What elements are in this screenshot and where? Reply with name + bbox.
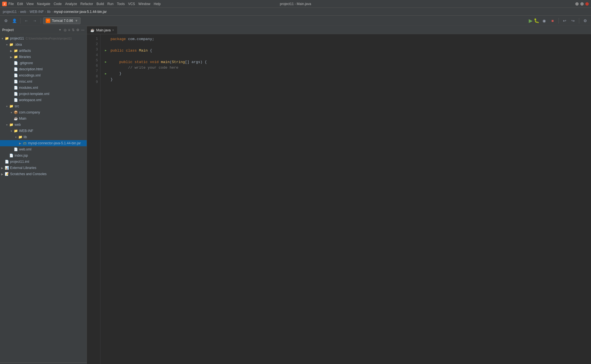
tree-item-description[interactable]: 📄 description.html [0, 66, 87, 72]
run-config-btn[interactable]: 👤 [11, 17, 18, 24]
forward-btn[interactable]: → [31, 17, 38, 24]
code-content[interactable]: package com.company; ▶ public class Main… [100, 34, 591, 364]
tree-arrow-lib[interactable]: ▾ [13, 135, 18, 139]
tomcat-dropdown-icon[interactable]: ▼ [75, 19, 78, 23]
menu-code[interactable]: Code [54, 2, 62, 6]
tree-arrow-ext-libs[interactable]: ▶ [0, 166, 4, 170]
tree-item-lib[interactable]: ▾ 📁 lib [0, 134, 87, 140]
misc-icon: 📄 [13, 79, 18, 84]
tree-item-misc[interactable]: 📄 misc.xml [0, 78, 87, 85]
back-btn[interactable]: ← [23, 17, 30, 24]
path-project[interactable]: project11 [3, 10, 17, 14]
tree-item-project11-iml[interactable]: 📄 project11.iml [0, 159, 87, 165]
menu-file[interactable]: File [8, 2, 14, 6]
tree-arrow-libraries[interactable]: ▶ [9, 55, 13, 59]
tree-arrow-scratches[interactable]: ▶ [0, 172, 4, 176]
tree-item-mysql-jar[interactable]: ▶ 🗃 mysql-connector-java-5.1.44-bin.jar [0, 140, 87, 146]
code-token [132, 59, 135, 65]
tab-close-button[interactable]: × [112, 29, 114, 32]
tree-item-modules[interactable]: 📄 modules.xml [0, 85, 87, 91]
tree-item-com-company[interactable]: ▾ 📦 com.company [0, 109, 87, 115]
tree-arrow-project11[interactable]: ▾ [0, 36, 4, 41]
project-path: C:\Users\islan\IdeaProjects\project11 [26, 37, 72, 40]
stop-btn[interactable]: ■ [549, 17, 556, 24]
settings-btn[interactable]: ⚙ [581, 17, 589, 24]
tab-main-java[interactable]: ☕ Main.java × [87, 26, 118, 34]
menu-window[interactable]: Window [138, 2, 150, 6]
gear-icon[interactable]: ⚙ [76, 28, 79, 32]
project-icon: 📁 [4, 36, 9, 41]
menu-refactor[interactable]: Refactor [81, 2, 93, 6]
minimize-button[interactable] [575, 2, 579, 6]
code-token: [] args) { [185, 59, 207, 65]
tree-arrow-idea[interactable]: ▾ [4, 42, 9, 47]
project-settings-btn[interactable]: ⚙ [2, 17, 10, 24]
path-lib[interactable]: lib [47, 10, 50, 14]
tree-item-scratches[interactable]: ▶ 📝 Scratches and Consoles [0, 171, 87, 177]
menu-build[interactable]: Build [96, 2, 104, 6]
project-dropdown-icon[interactable]: ▼ [59, 28, 61, 31]
tree-item-web[interactable]: ▾ 📁 web [0, 122, 87, 128]
editor-tabs: ☕ Main.java × [87, 26, 591, 34]
redo-btn[interactable]: ↪ [569, 17, 577, 24]
sort-icon[interactable]: ⇅ [72, 28, 75, 32]
maximize-button[interactable] [580, 2, 584, 6]
code-editor[interactable]: 1 2 3 4 5 6 7 8 9 package com.company; [87, 34, 591, 364]
tree-item-webinf[interactable]: ▾ 📁 WEB-INF [0, 128, 87, 134]
tree-item-web-xml[interactable]: 📄 web.xml [0, 146, 87, 152]
run-gutter-3[interactable]: ▶ [105, 48, 109, 53]
menu-vcs[interactable]: VCS [128, 2, 135, 6]
tree-arrow-com-company[interactable]: ▾ [9, 110, 13, 115]
tree-arrow-webinf[interactable]: ▾ [9, 129, 13, 133]
path-jar[interactable]: mysql-connector-java-5.1.44-bin.jar [54, 10, 107, 14]
tree-item-external-libs[interactable]: ▶ 📊 External Libraries [0, 165, 87, 171]
tree-item-main-class[interactable]: ☕ Main [0, 115, 87, 122]
run-button[interactable]: ▶ [529, 18, 533, 24]
close-button[interactable] [585, 2, 589, 6]
code-token: ( [170, 59, 172, 65]
menu-navigate[interactable]: Navigate [37, 2, 50, 6]
menu-analyze[interactable]: Analyze [65, 2, 77, 6]
sidebar: Project ▼ ◎ ≡ ⇅ ⚙ — ▾ 📁 project11 C:\Use… [0, 26, 87, 364]
minimize-panel-icon[interactable]: — [81, 28, 84, 32]
menu-view[interactable]: View [26, 2, 34, 6]
line-num-3: 3 [87, 47, 98, 52]
app-icon: J [2, 2, 7, 6]
tree-arrow-mysql[interactable]: ▶ [18, 141, 22, 145]
label-project11: project11 [10, 36, 24, 40]
run-gutter-7[interactable]: ▶ [105, 72, 109, 76]
line-numbers: 1 2 3 4 5 6 7 8 9 [87, 34, 100, 364]
path-webinf[interactable]: WEB-INF [29, 10, 44, 14]
encodings-icon: 📄 [13, 73, 18, 78]
locate-icon[interactable]: ◎ [64, 28, 66, 32]
tree-item-index-jsp[interactable]: 📄 index.jsp [0, 152, 87, 159]
iml-icon: 📄 [4, 159, 9, 164]
collapse-all-icon[interactable]: ≡ [68, 28, 70, 32]
tree-item-encodings[interactable]: 📄 encodings.xml [0, 72, 87, 78]
tree-item-workspace[interactable]: 📄 workspace.xml [0, 97, 87, 103]
undo-btn[interactable]: ↩ [561, 17, 568, 24]
coverage-btn[interactable]: ◉ [541, 17, 548, 24]
menu-tools[interactable]: Tools [117, 2, 125, 6]
tree-item-gitignore[interactable]: 📄 .gitignore [0, 60, 87, 66]
tree-item-libraries[interactable]: ▶ 📁 libraries [0, 54, 87, 60]
tree-item-artifacts[interactable]: ▶ 📁 artifacts [0, 48, 87, 54]
tomcat-config-button[interactable]: T Tomcat 7.0.86 ▼ [43, 17, 81, 24]
tree-arrow-artifacts[interactable]: ▶ [9, 48, 13, 53]
sidebar-resize-handle[interactable] [0, 362, 87, 364]
path-web[interactable]: web [20, 10, 26, 14]
label-modules: modules.xml [19, 86, 38, 90]
debug-button[interactable]: 🐛 [534, 18, 539, 23]
tree-item-src[interactable]: ▾ 📁 src [0, 103, 87, 109]
toolbar-separator-2 [41, 18, 41, 24]
menu-help[interactable]: Help [154, 2, 161, 6]
tree-item-project-template[interactable]: 📄 project-template.xml [0, 91, 87, 97]
tree-arrow-web[interactable]: ▾ [4, 122, 9, 127]
tree-item-project11[interactable]: ▾ 📁 project11 C:\Users\islan\IdeaProject… [0, 35, 87, 41]
menu-edit[interactable]: Edit [17, 2, 23, 6]
code-token: static [135, 59, 148, 65]
menu-run[interactable]: Run [107, 2, 114, 6]
tree-item-idea[interactable]: ▾ 📁 .idea [0, 41, 87, 48]
tree-arrow-src[interactable]: ▾ [4, 104, 9, 108]
run-gutter-5[interactable]: ▶ [105, 60, 109, 64]
